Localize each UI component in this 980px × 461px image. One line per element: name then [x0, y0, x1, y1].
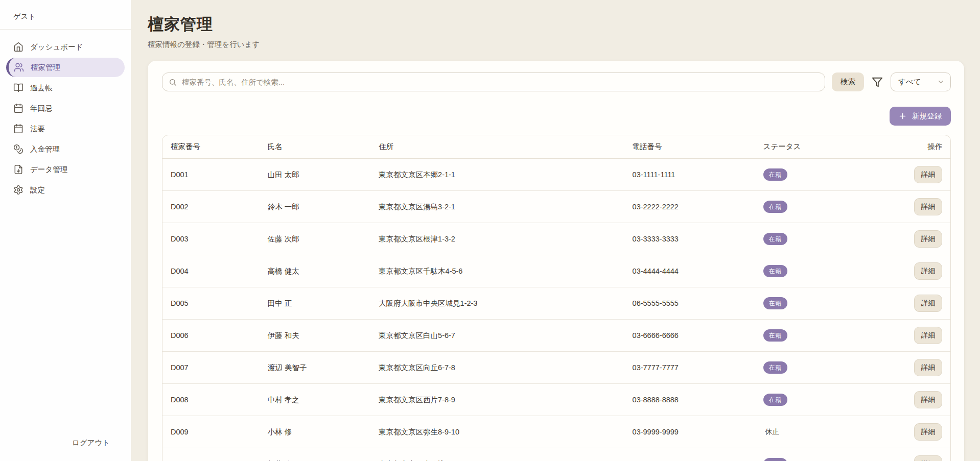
cell-danka-id: D002	[162, 191, 260, 223]
sidebar: ゲスト ダッシュボード 檀家管理 過去帳	[0, 0, 131, 461]
sidebar-nav: ダッシュボード 檀家管理 過去帳 年回忌	[0, 30, 131, 208]
danka-table: 檀家番号 氏名 住所 電話番号 ステータス 操作 D001	[162, 135, 951, 461]
table-row: D010 加藤 隆 東京都文京区本駒込9-10-11 03-1010-1010 …	[162, 448, 950, 461]
sidebar-item[interactable]: データ管理	[6, 160, 125, 179]
plus-icon	[899, 112, 906, 120]
cell-danka-id: D006	[162, 320, 260, 352]
search-icon	[169, 78, 177, 86]
col-header-id: 檀家番号	[162, 135, 260, 159]
sidebar-item-label: 過去帳	[30, 83, 53, 93]
detail-button[interactable]: 詳細	[914, 166, 942, 183]
cell-phone: 03-9999-9999	[624, 416, 755, 448]
detail-button[interactable]: 詳細	[914, 230, 942, 248]
table-row: D002 鈴木 一郎 東京都文京区湯島3-2-1 03-2222-2222 在籍…	[162, 191, 950, 223]
cell-name: 山田 太郎	[260, 159, 370, 191]
new-registration-button[interactable]: 新規登録	[890, 107, 951, 126]
cell-status: 在籍	[755, 255, 872, 287]
cell-status: 在籍	[755, 191, 872, 223]
new-registration-label: 新規登録	[912, 111, 942, 121]
sidebar-item[interactable]: 法要	[6, 119, 125, 138]
filter-funnel-icon[interactable]	[872, 77, 883, 88]
detail-button[interactable]: 詳細	[914, 359, 942, 376]
main-content: 檀家管理 檀家情報の登録・管理を行います 検索 すべて	[131, 0, 980, 461]
calendar-icon	[13, 124, 24, 134]
col-header-name: 氏名	[260, 135, 370, 159]
sidebar-item-label: 檀家管理	[31, 63, 60, 72]
detail-button[interactable]: 詳細	[914, 327, 942, 344]
detail-button[interactable]: 詳細	[914, 295, 942, 312]
cell-action: 詳細	[872, 416, 950, 448]
search-field-wrap	[162, 72, 825, 91]
cell-danka-id: D004	[162, 255, 260, 287]
table-row: D005 田中 正 大阪府大阪市中央区城見1-2-3 06-5555-5555 …	[162, 287, 950, 320]
status-badge: 在籍	[763, 265, 787, 277]
sidebar-item[interactable]: 過去帳	[6, 78, 125, 98]
page-title: 檀家管理	[148, 14, 964, 35]
logout-button[interactable]: ログアウト	[71, 436, 111, 450]
sidebar-item[interactable]: 檀家管理	[6, 58, 125, 77]
users-icon	[14, 62, 24, 72]
cell-name: 渡辺 美智子	[260, 352, 370, 384]
status-badge: 在籍	[763, 233, 787, 245]
cell-action: 詳細	[872, 191, 950, 223]
sidebar-item-label: 設定	[30, 185, 45, 195]
cell-action: 詳細	[872, 223, 950, 255]
cell-danka-id: D007	[162, 352, 260, 384]
cell-status: 在籍	[755, 159, 872, 191]
calendar-icon	[13, 103, 24, 113]
sidebar-item[interactable]: 入金管理	[6, 139, 125, 159]
cell-status: 在籍	[755, 287, 872, 320]
home-icon	[13, 42, 24, 52]
search-button[interactable]: 検索	[832, 72, 864, 91]
cell-action: 詳細	[872, 287, 950, 320]
cell-address: 東京都文京区白山5-6-7	[370, 320, 624, 352]
status-badge: 在籍	[763, 329, 787, 342]
sidebar-item[interactable]: 設定	[6, 180, 125, 200]
cell-address: 東京都文京区湯島3-2-1	[370, 191, 624, 223]
cell-name: 加藤 隆	[260, 448, 370, 461]
detail-button[interactable]: 詳細	[914, 423, 942, 441]
cell-phone: 03-7777-7777	[624, 352, 755, 384]
cell-danka-id: D009	[162, 416, 260, 448]
cell-name: 小林 修	[260, 416, 370, 448]
table-row: D004 高橋 健太 東京都文京区千駄木4-5-6 03-4444-4444 在…	[162, 255, 950, 287]
sidebar-spacer	[0, 208, 131, 436]
table-row: D007 渡辺 美智子 東京都文京区向丘6-7-8 03-7777-7777 在…	[162, 352, 950, 384]
cell-phone: 03-3333-3333	[624, 223, 755, 255]
detail-button[interactable]: 詳細	[914, 198, 942, 215]
detail-button[interactable]: 詳細	[914, 262, 942, 280]
detail-button[interactable]: 詳細	[914, 455, 942, 461]
cell-status: 在籍	[755, 384, 872, 416]
cell-danka-id: D001	[162, 159, 260, 191]
detail-button[interactable]: 詳細	[914, 391, 942, 408]
col-header-phone: 電話番号	[624, 135, 755, 159]
cell-status: 在籍	[755, 448, 872, 461]
user-label: ゲスト	[0, 0, 131, 30]
book-open-icon	[13, 83, 24, 93]
cell-address: 東京都文京区本駒込9-10-11	[370, 448, 624, 461]
cell-action: 詳細	[872, 352, 950, 384]
status-badge: 在籍	[763, 168, 787, 181]
cell-danka-id: D010	[162, 448, 260, 461]
search-input[interactable]	[162, 72, 825, 91]
status-filter-select[interactable]: すべて	[891, 72, 951, 91]
cell-phone: 03-1010-1010	[624, 448, 755, 461]
status-badge: 在籍	[763, 394, 787, 406]
cell-phone: 03-1111-1111	[624, 159, 755, 191]
table-row: D008 中村 孝之 東京都文京区西片7-8-9 03-8888-8888 在籍…	[162, 384, 950, 416]
sidebar-item[interactable]: 年回忌	[6, 99, 125, 118]
cell-name: 佐藤 次郎	[260, 223, 370, 255]
cell-name: 田中 正	[260, 287, 370, 320]
cell-status: 在籍	[755, 320, 872, 352]
status-badge: 在籍	[763, 201, 787, 213]
status-text: 休止	[763, 428, 779, 435]
cell-phone: 03-4444-4444	[624, 255, 755, 287]
sidebar-item[interactable]: ダッシュボード	[6, 37, 125, 57]
cell-phone: 06-5555-5555	[624, 287, 755, 320]
coins-icon	[13, 144, 24, 154]
gear-icon	[13, 185, 24, 195]
table-row: D003 佐藤 次郎 東京都文京区根津1-3-2 03-3333-3333 在籍…	[162, 223, 950, 255]
table-row: D006 伊藤 和夫 東京都文京区白山5-6-7 03-6666-6666 在籍…	[162, 320, 950, 352]
cell-address: 東京都文京区弥生8-9-10	[370, 416, 624, 448]
cell-name: 鈴木 一郎	[260, 191, 370, 223]
